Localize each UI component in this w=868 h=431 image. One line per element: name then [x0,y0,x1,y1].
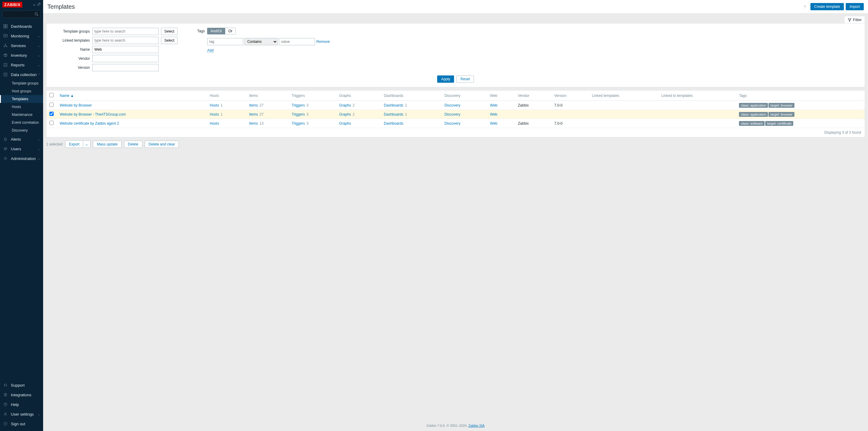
graphs-link[interactable]: Graphs [339,103,351,108]
subnav-discovery[interactable]: Discovery [0,126,43,134]
triggers-link[interactable]: Triggers [292,112,305,116]
col-linked-to-templates: Linked to templates [658,90,736,101]
data-collection-icon [3,72,8,77]
export-button[interactable]: Export [65,140,84,148]
discovery-link[interactable]: Discovery [444,112,460,116]
sort-asc-icon: ▲ [70,93,74,98]
nav-label: Users [11,147,21,151]
select-all-checkbox[interactable] [50,93,54,97]
nav-user-settings[interactable]: User settings ⌄ [0,409,43,419]
triggers-link[interactable]: Triggers [292,121,305,125]
search-box[interactable] [2,10,41,18]
web-link[interactable]: Web [490,121,497,125]
tag-remove-link[interactable]: Remove [316,39,330,44]
row-checkbox[interactable] [50,112,54,116]
linked-templates-select-button[interactable]: Select [161,37,178,44]
linked-templates-cell [589,101,658,110]
nav-sign-out[interactable]: Sign out [0,419,43,429]
filter-tab[interactable]: Filter [844,16,865,23]
subnav-templates[interactable]: Templates [0,95,43,103]
filter-tab-row: Filter [43,13,868,23]
nav-reports[interactable]: Reports ⌄ [0,60,43,70]
footer: Zabbix 7.0.0. © 2001–2024, Zabbix SIA [43,420,868,431]
graphs-link[interactable]: Graphs [339,112,351,116]
popout-icon[interactable] [37,2,41,7]
nav-dashboards[interactable]: Dashboards [0,22,43,31]
help-icon [3,402,8,407]
template-groups-select-button[interactable]: Select [161,28,178,35]
search-input[interactable] [4,12,34,17]
template-name-link[interactable]: Website certificate by Zabbix agent 2 [60,121,119,125]
hosts-link[interactable]: Hosts [210,112,219,116]
reset-button[interactable]: Reset [457,76,474,83]
tag-add-link[interactable]: Add [207,48,213,53]
graphs-link[interactable]: Graphs [339,121,351,125]
dashboards-link[interactable]: Dashboards [384,121,403,125]
dashboards-link[interactable]: Dashboards [384,112,403,116]
name-input[interactable] [92,46,159,53]
discovery-link[interactable]: Discovery [444,121,460,125]
nav-administration[interactable]: Administration ⌄ [0,154,43,163]
search-icon[interactable] [34,12,39,16]
nav-label: Support [11,383,25,387]
vendor-input[interactable] [92,55,159,62]
tag-operator-select[interactable]: Contains [245,38,278,45]
vendor-cell: Zabbix [515,101,552,110]
version-input[interactable] [92,64,159,71]
or-button[interactable]: Or [225,28,236,34]
dashboards-link[interactable]: Dashboards [384,103,403,108]
subnav-hosts[interactable]: Hosts [0,103,43,111]
support-icon [3,383,8,387]
apply-button[interactable]: Apply [437,76,454,83]
nav-users[interactable]: Users ⌄ [0,144,43,154]
nav-data-collection[interactable]: Data collection ⌄ [0,70,43,79]
zabbix-logo[interactable]: ZABBIX [2,2,22,7]
web-link[interactable]: Web [490,112,497,116]
delete-clear-button[interactable]: Delete and clear [145,141,179,148]
row-checkbox[interactable] [50,121,54,125]
discovery-link[interactable]: Discovery [444,103,460,108]
sidebar-header: ZABBIX « [0,0,43,9]
and-or-button[interactable]: And/Or [207,28,225,34]
tag-name-input[interactable] [207,38,243,45]
subnav-template-groups[interactable]: Template groups [0,79,43,87]
hosts-link[interactable]: Hosts [210,121,219,125]
nav-help[interactable]: Help [0,400,43,409]
subnav-host-groups[interactable]: Host groups [0,87,43,95]
triggers-link[interactable]: Triggers [292,103,305,108]
col-name[interactable]: Name ▲ [57,90,207,101]
tags-cell: class: softwaretarget: certificate [736,119,865,128]
export-dropdown-button[interactable]: ⌄ [83,140,90,148]
nav-label: Integrations [11,393,31,397]
collapse-sidebar-icon[interactable]: « [33,2,35,7]
nav-bottom: Support Integrations Help User settings … [0,380,43,431]
row-checkbox[interactable] [50,103,54,107]
items-link[interactable]: Items [249,103,258,108]
linked-to-templates-cell [658,110,736,119]
nav-services[interactable]: Services ⌄ [0,41,43,50]
web-link[interactable]: Web [490,103,497,108]
tag-badge: class: software [739,121,765,126]
subnav-maintenance[interactable]: Maintenance [0,111,43,119]
tag-value-input[interactable] [279,38,315,45]
nav-integrations[interactable]: Integrations [0,390,43,400]
items-link[interactable]: Items [249,121,258,125]
nav-inventory[interactable]: Inventory ⌄ [0,50,43,60]
page-help-icon[interactable]: ? [804,4,806,9]
subnav-event-correlation[interactable]: Event correlation [0,119,43,126]
nav-monitoring[interactable]: Monitoring ⌄ [0,31,43,41]
template-name-link[interactable]: Website by Browser - TheATSGroup.com [60,112,126,116]
create-template-button[interactable]: Create template [810,3,844,10]
nav-alerts[interactable]: Alerts ⌄ [0,134,43,144]
import-button[interactable]: Import [846,3,864,10]
template-groups-input[interactable] [92,28,159,35]
chevron-down-icon: ⌄ [38,44,40,48]
template-name-link[interactable]: Website by Browser [60,103,92,108]
footer-link[interactable]: Zabbix SIA [468,424,485,427]
linked-templates-input[interactable] [92,37,159,44]
delete-button[interactable]: Delete [124,141,142,148]
mass-update-button[interactable]: Mass update [93,141,122,148]
nav-support[interactable]: Support [0,380,43,390]
hosts-link[interactable]: Hosts [210,103,219,108]
items-link[interactable]: Items [249,112,258,116]
